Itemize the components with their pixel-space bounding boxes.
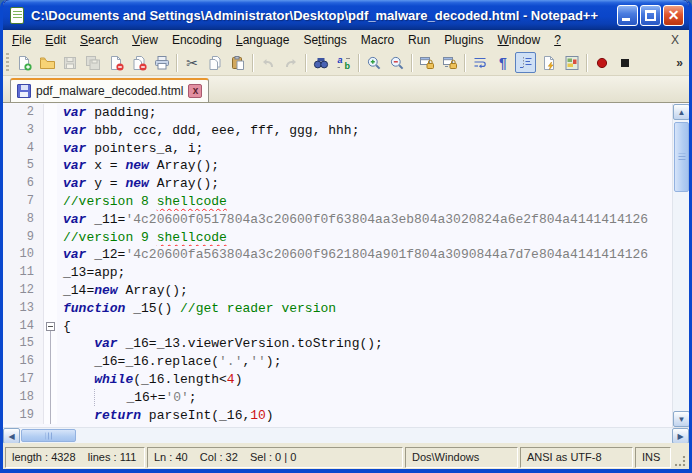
open-file-icon[interactable] [36,52,57,73]
minimize-icon [622,18,630,21]
code-line[interactable]: 9//version 9 shellcode [3,229,672,247]
cut-icon[interactable]: ✂ [181,52,202,73]
code-line[interactable]: 6var y = new Array(); [3,175,672,193]
code-line[interactable]: 2var padding; [3,104,672,122]
code-line[interactable]: 19 return parseInt(_16,10) [3,407,672,425]
toolbar-separator [586,54,587,72]
replace-icon[interactable]: ab [333,52,354,73]
line-number: 6 [3,175,44,193]
menu-plugins[interactable]: Plugins [437,31,490,49]
menu-encoding[interactable]: Encoding [165,31,229,49]
fold-collapse-icon[interactable] [44,318,57,336]
status-eol-format[interactable]: Dos\Windows [405,447,518,468]
print-icon[interactable] [151,52,172,73]
fold-margin [44,104,57,122]
redo-icon[interactable] [280,52,301,73]
code-text: var padding; [57,104,672,122]
code-line[interactable]: 13function _15() //get reader version [3,300,672,318]
copy-icon[interactable] [204,52,225,73]
menu-search[interactable]: Search [73,31,125,49]
code-line[interactable]: 4var pointers_a, i; [3,140,672,158]
line-number: 7 [3,193,44,211]
menu-help[interactable]: ? [547,31,568,49]
code-area[interactable]: 2var padding;3var bbb, ccc, ddd, eee, ff… [3,104,672,427]
line-number: 8 [3,211,44,229]
scroll-up-arrow[interactable]: ▲ [673,104,689,120]
menu-macro[interactable]: Macro [354,31,401,49]
code-line[interactable]: 5var x = new Array(); [3,157,672,175]
menu-view[interactable]: View [125,31,165,49]
code-line[interactable]: 8var _11='4c20600f0517804a3c20600f0f6380… [3,211,672,229]
find-icon[interactable] [310,52,331,73]
close-file-icon[interactable] [105,52,126,73]
record-macro-icon[interactable] [591,52,612,73]
maximize-button[interactable] [640,5,661,26]
menu-file[interactable]: File [5,31,38,49]
toolbar-grip[interactable] [6,53,9,73]
zoom-in-icon[interactable] [363,52,384,73]
code-line[interactable]: 3var bbb, ccc, ddd, eee, fff, ggg, hhh; [3,122,672,140]
code-text: var y = new Array(); [57,175,672,193]
tab-close-icon[interactable]: x [188,84,202,98]
code-line[interactable]: 11_13=app; [3,264,672,282]
code-text: { [57,318,672,336]
menu-edit[interactable]: Edit [38,31,73,49]
fold-margin [44,229,57,247]
line-number: 12 [3,282,44,300]
save-icon[interactable] [59,52,80,73]
menu-run[interactable]: Run [401,31,437,49]
status-typing-mode[interactable]: INS [635,447,671,468]
scroll-left-arrow[interactable]: ◀ [3,428,20,443]
resize-grip[interactable] [673,447,687,468]
titlebar[interactable]: C:\Documents and Settings\Administrator\… [3,0,689,30]
horizontal-scroll-thumb[interactable] [21,429,76,442]
code-text: //version 8 shellcode [57,193,672,211]
new-file-icon[interactable] [13,52,34,73]
code-line[interactable]: 14{ [3,318,672,336]
show-indent-guide-icon[interactable] [515,52,536,73]
sync-scroll-vertical-icon[interactable] [416,52,437,73]
scroll-down-arrow[interactable]: ▼ [673,411,689,427]
horizontal-scroll-track[interactable] [20,428,672,443]
horizontal-scrollbar[interactable]: ◀ ▶ [3,427,689,443]
code-text: _16=_16.replace('.',''); [57,353,672,371]
toolbar-overflow-chevron[interactable]: » [676,56,683,70]
menu-language[interactable]: Language [229,31,296,49]
word-wrap-icon[interactable] [469,52,490,73]
maximize-icon [645,10,656,21]
code-line[interactable]: 12_14=new Array(); [3,282,672,300]
vertical-scrollbar[interactable]: ▲ ▼ [672,104,689,427]
show-all-characters-icon[interactable]: ¶ [492,52,513,73]
close-button[interactable]: ✕ [663,5,684,26]
code-text: function _15() //get reader version [57,300,672,318]
tab-pdf-malware-decoded[interactable]: pdf_malware_decoded.html x [10,78,209,102]
line-number: 17 [3,371,44,389]
toolbar-separator [411,54,412,72]
function-list-icon[interactable] [538,52,559,73]
code-line[interactable]: 16 _16=_16.replace('.',''); [3,353,672,371]
undo-icon[interactable] [257,52,278,73]
stop-macro-icon[interactable] [614,52,635,73]
minimize-button[interactable] [617,5,638,26]
line-number: 18 [3,389,44,407]
document-close-x[interactable]: X [661,33,689,47]
document-map-icon[interactable] [561,52,582,73]
code-text: return parseInt(_16,10) [57,407,672,425]
code-line[interactable]: 10var _12='4c20600fa563804a3c20600f96218… [3,246,672,264]
save-all-icon[interactable] [82,52,103,73]
line-number: 4 [3,140,44,158]
menu-settings[interactable]: Settings [296,31,353,49]
menu-window[interactable]: Window [490,31,547,49]
zoom-out-icon[interactable] [386,52,407,73]
close-all-icon[interactable] [128,52,149,73]
vertical-scroll-thumb[interactable] [674,122,689,192]
code-line[interactable]: 18 _16+='0'; [3,389,672,407]
tab-title: pdf_malware_decoded.html [36,84,183,98]
scroll-right-arrow[interactable]: ▶ [672,428,689,443]
paste-icon[interactable] [227,52,248,73]
code-line[interactable]: 17 while(_16.length<4) [3,371,672,389]
status-encoding[interactable]: ANSI as UTF-8 [520,447,633,468]
code-line[interactable]: 7//version 8 shellcode [3,193,672,211]
sync-scroll-horizontal-icon[interactable] [439,52,460,73]
code-line[interactable]: 15 var _16=_13.viewerVersion.toString(); [3,335,672,353]
